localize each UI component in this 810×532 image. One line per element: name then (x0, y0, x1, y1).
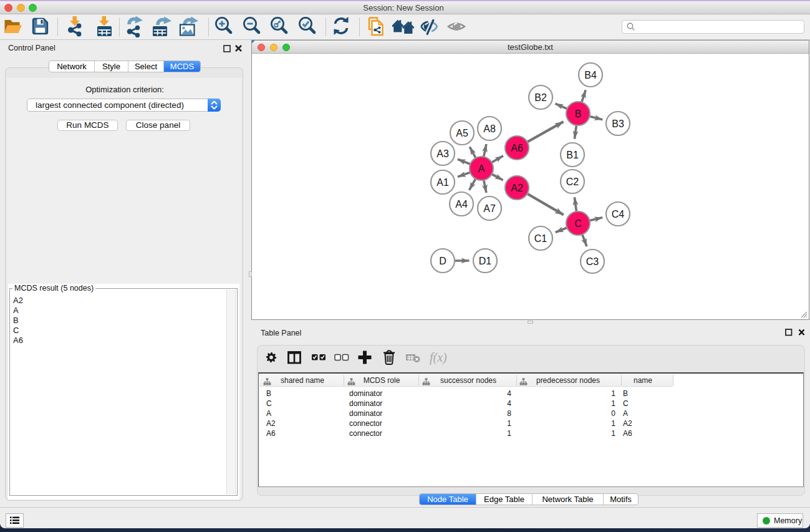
svg-text:B1: B1 (566, 150, 579, 160)
svg-text:D: D (439, 256, 446, 266)
svg-text:D1: D1 (479, 256, 492, 266)
svg-text:A8: A8 (483, 123, 496, 134)
svg-text:C4: C4 (612, 209, 625, 220)
svg-text:B3: B3 (612, 118, 624, 129)
svg-text:A3: A3 (436, 148, 449, 159)
svg-text:A5: A5 (456, 128, 468, 138)
svg-text:C: C (574, 218, 582, 229)
svg-text:A6: A6 (511, 143, 523, 153)
svg-text:A2: A2 (511, 183, 523, 193)
svg-text:C2: C2 (566, 177, 579, 187)
svg-text:C1: C1 (534, 233, 547, 244)
svg-text:A7: A7 (483, 203, 496, 214)
svg-text:A1: A1 (436, 177, 449, 188)
svg-text:C3: C3 (586, 256, 599, 267)
svg-text:B4: B4 (584, 70, 597, 80)
svg-text:A4: A4 (455, 199, 468, 210)
svg-text:B: B (575, 109, 582, 119)
svg-text:B2: B2 (534, 92, 547, 103)
svg-text:A: A (478, 163, 485, 174)
